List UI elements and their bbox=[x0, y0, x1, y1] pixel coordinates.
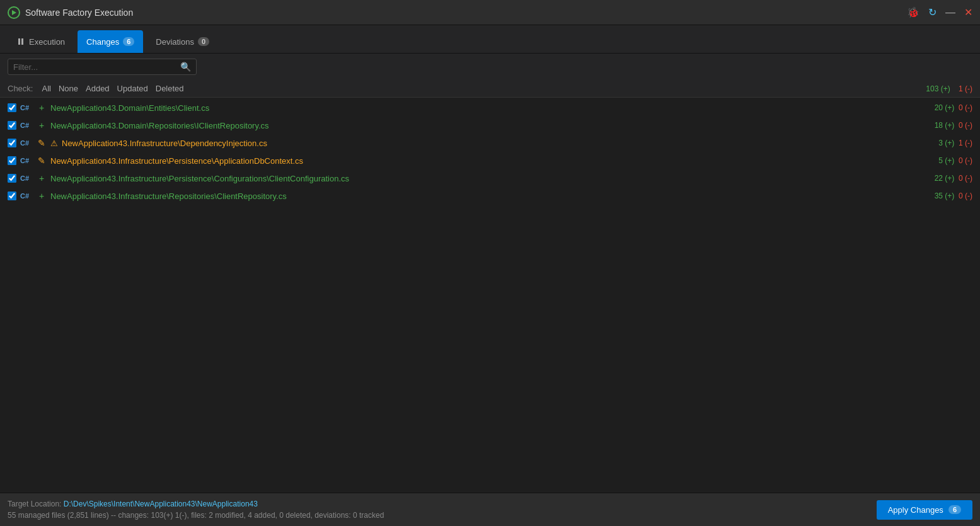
check-label: Check: bbox=[8, 84, 33, 93]
titlebar: Software Factory Execution 🐞 ↻ — ✕ bbox=[0, 0, 980, 25]
tab-changes-label: Changes bbox=[86, 37, 119, 47]
check-deleted-link[interactable]: Deleted bbox=[152, 84, 188, 93]
file-checkbox[interactable] bbox=[8, 156, 16, 165]
file-checkbox[interactable] bbox=[8, 139, 16, 147]
file-stats: 20 (+) 0 (-) bbox=[897, 103, 972, 112]
search-icon[interactable]: 🔍 bbox=[180, 62, 191, 72]
added-icon: + bbox=[37, 191, 47, 201]
tabs-area: Execution Changes 6 Deviations 0 bbox=[0, 25, 980, 54]
check-bar: Check: All None Added Updated Deleted 10… bbox=[0, 80, 980, 98]
apply-changes-button[interactable]: Apply Changes 6 bbox=[877, 500, 972, 520]
stats-plus: 103 (+) 1 (-) bbox=[926, 84, 972, 93]
pause-icon bbox=[16, 37, 25, 46]
file-lang: C# bbox=[20, 104, 33, 111]
status-target-location: Target Location: D:\Dev\Spikes\Intent\Ne… bbox=[8, 498, 384, 510]
apply-changes-badge: 6 bbox=[948, 505, 961, 514]
file-lang: C# bbox=[20, 192, 33, 200]
file-lang: C# bbox=[20, 174, 33, 182]
file-path[interactable]: NewApplication43.Domain\Repositories\ICl… bbox=[50, 121, 893, 130]
file-path[interactable]: NewApplication43.Domain\Entities\Client.… bbox=[50, 103, 893, 113]
file-lang: C# bbox=[20, 122, 33, 129]
file-checkbox[interactable] bbox=[8, 192, 16, 200]
file-checkbox[interactable] bbox=[8, 103, 16, 112]
tab-deviations[interactable]: Deviations 0 bbox=[147, 30, 218, 53]
check-none-link[interactable]: None bbox=[55, 84, 82, 93]
updated-icon: ✎ bbox=[37, 138, 47, 148]
table-row: C#✎NewApplication43.Infrastructure\Persi… bbox=[0, 152, 980, 169]
table-row: C#+NewApplication43.Domain\Entities\Clie… bbox=[0, 99, 980, 117]
minimize-icon[interactable]: — bbox=[945, 8, 955, 18]
tab-changes-badge: 6 bbox=[123, 37, 134, 46]
filter-input[interactable] bbox=[13, 62, 180, 72]
added-icon: + bbox=[37, 103, 47, 113]
file-list: C#+NewApplication43.Domain\Entities\Clie… bbox=[0, 98, 980, 493]
tab-deviations-badge: 0 bbox=[198, 37, 209, 46]
file-stats: 35 (+) 0 (-) bbox=[897, 192, 972, 200]
check-updated-link[interactable]: Updated bbox=[113, 84, 152, 93]
table-row: C#+NewApplication43.Infrastructure\Persi… bbox=[0, 169, 980, 187]
check-added-link[interactable]: Added bbox=[82, 84, 113, 93]
table-row: C#✎⚠NewApplication43.Infrastructure\Depe… bbox=[0, 134, 980, 152]
filter-input-wrap: 🔍 bbox=[8, 59, 197, 75]
app-icon bbox=[8, 6, 20, 19]
file-path[interactable]: NewApplication43.Infrastructure\Persiste… bbox=[50, 156, 893, 166]
file-path[interactable]: NewApplication43.Infrastructure\Dependen… bbox=[62, 139, 893, 148]
file-lang: C# bbox=[20, 157, 33, 164]
file-stats: 5 (+) 0 (-) bbox=[897, 156, 972, 165]
warning-icon: ⚠ bbox=[50, 139, 58, 148]
file-checkbox[interactable] bbox=[8, 121, 16, 130]
file-path[interactable]: NewApplication43.Infrastructure\Reposito… bbox=[50, 192, 893, 201]
refresh-icon[interactable]: ↻ bbox=[928, 8, 937, 18]
file-stats: 18 (+) 0 (-) bbox=[897, 121, 972, 130]
status-bar: Target Location: D:\Dev\Spikes\Intent\Ne… bbox=[0, 493, 980, 526]
close-icon[interactable]: ✕ bbox=[964, 8, 972, 18]
check-all-link[interactable]: All bbox=[38, 84, 54, 93]
apply-changes-label: Apply Changes bbox=[888, 505, 943, 515]
tab-execution[interactable]: Execution bbox=[8, 30, 74, 53]
table-row: C#+NewApplication43.Infrastructure\Repos… bbox=[0, 187, 980, 205]
app-title: Software Factory Execution bbox=[25, 8, 907, 18]
bug-icon[interactable]: 🐞 bbox=[907, 8, 919, 18]
added-icon: + bbox=[37, 120, 47, 130]
added-icon: + bbox=[37, 173, 47, 183]
file-lang: C# bbox=[20, 139, 33, 147]
svg-rect-2 bbox=[21, 38, 23, 45]
updated-icon: ✎ bbox=[37, 156, 47, 166]
status-summary: 55 managed files (2,851 lines) -- change… bbox=[8, 510, 384, 521]
svg-marker-0 bbox=[12, 10, 16, 15]
file-path[interactable]: NewApplication43.Infrastructure\Persiste… bbox=[50, 174, 893, 183]
svg-rect-1 bbox=[18, 38, 20, 45]
file-checkbox[interactable] bbox=[8, 174, 16, 183]
table-row: C#+NewApplication43.Domain\Repositories\… bbox=[0, 117, 980, 134]
tab-execution-label: Execution bbox=[29, 37, 65, 47]
tab-deviations-label: Deviations bbox=[156, 37, 194, 47]
tab-changes[interactable]: Changes 6 bbox=[78, 30, 143, 53]
status-info: Target Location: D:\Dev\Spikes\Intent\Ne… bbox=[8, 498, 384, 521]
filter-bar: 🔍 bbox=[0, 54, 980, 80]
file-stats: 3 (+) 1 (-) bbox=[897, 139, 972, 147]
window-controls: 🐞 ↻ — ✕ bbox=[907, 8, 972, 18]
file-stats: 22 (+) 0 (-) bbox=[897, 174, 972, 183]
